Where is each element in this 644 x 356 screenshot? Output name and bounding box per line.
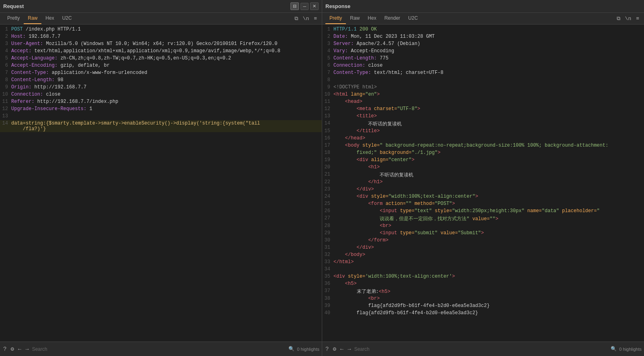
req-line-11: 11 Referer: http://192.168.7.7/index.php — [0, 98, 322, 106]
tab-u2c-response[interactable]: U2C — [404, 13, 422, 24]
resp-line-22: 22 </h1> — [322, 179, 644, 186]
newline-icon[interactable]: \n — [301, 15, 311, 23]
resp-line-35: 35 <div style='width:100%;text-align:cen… — [322, 273, 644, 280]
settings-icon-left[interactable]: ⚙ — [10, 345, 14, 353]
forward-icon-right[interactable]: → — [347, 345, 352, 353]
resp-line-23: 23 </div> — [322, 186, 644, 193]
request-tabs: Pretty Raw Hex U2C ⧉ \n ≡ — [0, 13, 322, 25]
resp-line-30: 30 </form> — [322, 237, 644, 244]
resp-line-18: 18 fixed;" background="./1.jpg"> — [322, 149, 644, 157]
resp-line-9: 9 <!DOCTYPE html> — [322, 84, 644, 91]
resp-line-19: 19 <div align="center"> — [322, 157, 644, 164]
resp-line-8: 8 — [322, 77, 644, 84]
resp-line-14: 14 不听话的复读机 — [322, 120, 644, 128]
resp-line-17: 17 <body style=" background-repeat:no-re… — [322, 142, 644, 149]
req-line-1: 1 POST /index.php HTTP/1.1 — [0, 26, 322, 33]
search-magnifier-left: 🔍 — [288, 346, 294, 352]
forward-icon-left[interactable]: → — [25, 345, 29, 353]
bottom-bar: ? ⚙ ← → 🔍 0 highlights ? ⚙ ← → 🔍 0 highl… — [0, 342, 644, 356]
req-line-3: 3 User-Agent: Mozilla/5.0 (Windows NT 10… — [0, 41, 322, 48]
search-input-left[interactable] — [32, 346, 286, 352]
req-line-2: 2 Host: 192.168.7.7 — [0, 33, 322, 41]
bottom-left-bar: ? ⚙ ← → 🔍 0 highlights — [0, 342, 322, 356]
tab-hex-response[interactable]: Hex — [364, 13, 380, 24]
search-magnifier-right: 🔍 — [611, 346, 617, 352]
copy-icon[interactable]: ⧉ — [293, 15, 300, 23]
req-line-4: 4 Accept: text/html,application/xhtml+xm… — [0, 48, 322, 55]
request-title: Request — [3, 3, 287, 9]
menu-icon-resp[interactable]: ≡ — [634, 15, 641, 23]
newline-icon-resp[interactable]: \n — [624, 15, 633, 23]
response-panel: Response Pretty Raw Hex Render U2C ⧉ \n … — [322, 0, 644, 342]
resp-line-16: 16 </head> — [322, 135, 644, 142]
response-title: Response — [325, 3, 641, 9]
resp-line-5: 5 Content-Length: 775 — [322, 55, 644, 62]
resp-line-12: 12 <meta charset="UTF-8"> — [322, 106, 644, 113]
resp-line-33: 33 </html> — [322, 259, 644, 266]
request-header: Request ⊟ ─ ✕ — [0, 0, 322, 13]
resp-line-37: 37 末了老弟:<h5> — [322, 288, 644, 295]
resp-line-24: 24 <div style="width:100%;text-align:cen… — [322, 193, 644, 201]
tab-raw-response[interactable]: Raw — [346, 13, 364, 24]
resp-line-36: 36 <h5> — [322, 280, 644, 288]
resp-line-32: 32 </body> — [322, 252, 644, 259]
response-tabs: Pretty Raw Hex Render U2C ⧉ \n ≡ — [322, 13, 644, 25]
resp-line-2: 2 Date: Mon, 11 Dec 2023 11:03:28 GMT — [322, 33, 644, 41]
req-line-10: 10 Connection: close — [0, 91, 322, 98]
tab-u2c-request[interactable]: U2C — [58, 13, 76, 24]
req-line-5: 5 Accept-Language: zh-CN,zh;q=0.8,zh-TW;… — [0, 55, 322, 62]
resp-line-29: 29 <input type="submit" value="Submit"> — [322, 230, 644, 237]
resp-line-31: 31 </div> — [322, 244, 644, 252]
request-toolbar: ⧉ \n ≡ — [293, 15, 319, 23]
req-line-9: 9 Origin: http://192.168.7.7 — [0, 84, 322, 91]
tab-pretty-response[interactable]: Pretty — [325, 13, 346, 24]
settings-icon-right[interactable]: ⚙ — [332, 345, 337, 353]
resp-line-39: 39 flag{afd2d9fb-b61f-4fe4-b2d0-e6ea5e3a… — [322, 303, 644, 310]
resp-line-10: 10 <html lang="en"> — [322, 91, 644, 98]
tab-pretty-request[interactable]: Pretty — [3, 13, 24, 24]
minimize-icon-btn[interactable]: ─ — [301, 3, 309, 10]
search-input-right[interactable] — [354, 346, 609, 352]
response-toolbar: ⧉ \n ≡ — [615, 15, 641, 23]
resp-line-1: 1 HTTP/1.1 200 OK — [322, 26, 644, 33]
tile-icon-btn[interactable]: ⊟ — [290, 2, 299, 10]
resp-line-20: 20 <h1> — [322, 164, 644, 171]
back-icon-right[interactable]: ← — [339, 345, 344, 353]
tab-raw-request[interactable]: Raw — [24, 13, 41, 24]
req-line-13: 13 — [0, 113, 322, 120]
tab-render-response[interactable]: Render — [380, 13, 404, 24]
resp-line-27: 27 说说看，但是不一定回你，找对方式方法" value=""> — [322, 215, 644, 223]
request-top-icons: ⊟ ─ ✕ — [290, 2, 319, 10]
resp-line-38: 38 <br> — [322, 295, 644, 303]
resp-line-25: 25 <form action="" method="POST"> — [322, 201, 644, 208]
back-icon-left[interactable]: ← — [17, 345, 22, 353]
help-icon-left[interactable]: ? — [2, 345, 7, 353]
bottom-right-bar: ? ⚙ ← → 🔍 0 highlights — [322, 342, 644, 356]
copy-icon-resp[interactable]: ⧉ — [615, 15, 622, 23]
resp-line-26: 26 <input type="text" style="width:250px… — [322, 208, 644, 215]
highlights-left: 0 highlights — [297, 347, 319, 352]
resp-line-13: 13 <title> — [322, 113, 644, 120]
request-code-area[interactable]: 1 POST /index.php HTTP/1.1 2 Host: 192.1… — [0, 25, 322, 342]
resp-line-3: 3 Server: Apache/2.4.57 (Debian) — [322, 41, 644, 48]
resp-line-40: 40 flag{afd2d9fb-b61f-4fe4-b2d0-e6ea5e3a… — [322, 310, 644, 317]
resp-line-6: 6 Connection: close — [322, 62, 644, 70]
req-line-14: 14 data=string:{$smarty.template->smarty… — [0, 120, 322, 132]
resp-line-4: 4 Vary: Accept-Encoding — [322, 48, 644, 55]
close-icon-btn[interactable]: ✕ — [310, 2, 319, 10]
tab-hex-request[interactable]: Hex — [41, 13, 58, 24]
response-code-area[interactable]: 1 HTTP/1.1 200 OK 2 Date: Mon, 11 Dec 20… — [322, 25, 644, 342]
request-panel: Request ⊟ ─ ✕ Pretty Raw Hex U2C ⧉ \n ≡ … — [0, 0, 322, 342]
req-line-12: 12 Upgrade-Insecure-Requests: 1 — [0, 106, 322, 113]
resp-line-15: 15 </title> — [322, 128, 644, 135]
help-icon-right[interactable]: ? — [325, 345, 329, 353]
menu-icon[interactable]: ≡ — [312, 15, 319, 23]
resp-line-34: 34 — [322, 266, 644, 273]
resp-line-7: 7 Content-Type: text/html; charset=UTF-8 — [322, 70, 644, 77]
highlights-right: 0 highlights — [619, 347, 642, 352]
req-line-7: 7 Content-Type: application/x-www-form-u… — [0, 70, 322, 77]
response-header: Response — [322, 0, 644, 13]
req-line-8: 8 Content-Length: 98 — [0, 77, 322, 84]
req-line-6: 6 Accept-Encoding: gzip, deflate, br — [0, 62, 322, 70]
resp-line-21: 21 不听话的复读机 — [322, 171, 644, 179]
